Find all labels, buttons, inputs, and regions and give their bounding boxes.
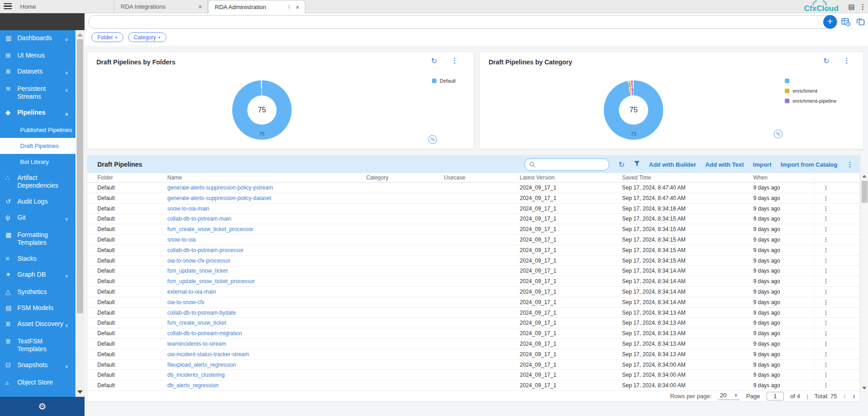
close-icon[interactable]: × — [295, 4, 300, 11]
pipeline-name-link[interactable]: collab-db-to-pstream-main — [167, 214, 231, 224]
legend-item[interactable]: enrichment-pipeline — [785, 96, 836, 106]
sidebar-item-ui-menus[interactable]: ⊞UI Menus — [0, 47, 75, 63]
scroll-up-icon[interactable] — [862, 175, 867, 178]
window-list-icon[interactable]: ▤ — [848, 3, 855, 11]
filter-chip-folder[interactable]: Folder ▾ — [91, 32, 123, 42]
add-with-builder-button[interactable]: Add with Builder — [649, 161, 696, 168]
kebab-menu-icon[interactable]: ⋮ — [451, 57, 458, 65]
row-kebab-icon[interactable]: ⋮ — [823, 287, 829, 297]
sidebar-item-graph-db[interactable]: ✶Graph DB∨ — [0, 267, 75, 284]
row-kebab-icon[interactable]: ⋮ — [823, 204, 829, 214]
percent-toggle-icon[interactable]: % — [428, 135, 437, 144]
pipeline-name-link[interactable]: collab-db-to-pstream-migration — [167, 328, 242, 339]
row-kebab-icon[interactable]: ⋮ — [823, 183, 829, 193]
sidebar-item-synthetics[interactable]: △Synthetics — [0, 284, 75, 300]
global-search-input[interactable] — [89, 16, 837, 28]
pipeline-name-link[interactable]: external-to-oia-main — [167, 287, 216, 297]
legend-item[interactable]: enrichment — [785, 86, 836, 96]
row-kebab-icon[interactable]: ⋮ — [823, 256, 829, 266]
sidebar-item-persistent-streams[interactable]: ≋Persistent Streams∨ — [0, 81, 75, 105]
sidebar-item-formatting-templates[interactable]: ▦Formatting Templates — [0, 227, 75, 251]
row-kebab-icon[interactable]: ⋮ — [823, 193, 829, 204]
row-kebab-icon[interactable]: ⋮ — [823, 328, 829, 339]
pipeline-name-link[interactable]: collab-db-to-pstream-bydate — [167, 308, 236, 318]
rows-per-page-select[interactable]: 20 ▼ — [718, 392, 740, 400]
gear-icon[interactable]: ⚙ — [38, 401, 47, 412]
sidebar-item-stacks[interactable]: ≡Stacks — [0, 251, 75, 267]
sidebar-item-published-pipelines[interactable]: Published Pipelines — [0, 122, 75, 138]
copy-layout-icon[interactable] — [856, 17, 865, 26]
sidebar-item-bot-library[interactable]: Bot Library — [0, 154, 75, 170]
row-kebab-icon[interactable]: ⋮ — [823, 266, 829, 276]
previous-page-icon[interactable]: ‹ — [843, 392, 846, 400]
row-kebab-icon[interactable]: ⋮ — [823, 297, 829, 308]
row-kebab-icon[interactable]: ⋮ — [823, 370, 829, 380]
filter-funnel-icon[interactable] — [634, 160, 640, 169]
sidebar-item-pipelines[interactable]: ◈Pipelines∧ — [0, 105, 75, 122]
row-kebab-icon[interactable]: ⋮ — [823, 245, 829, 256]
donut-chart-category[interactable]: 75 73 1 — [604, 80, 663, 140]
pipeline-name-link[interactable]: snow-to-oia — [167, 235, 196, 245]
refresh-icon[interactable]: ↻ — [431, 57, 437, 65]
pipeline-name-link[interactable]: teamincidents-to-stream — [167, 339, 226, 349]
scrollbar-thumb[interactable] — [862, 181, 868, 203]
row-kebab-icon[interactable]: ⋮ — [823, 349, 829, 360]
tab-home[interactable]: Home — [14, 0, 114, 13]
pipeline-name-link[interactable]: fsm_create_snow_ticket — [167, 318, 226, 328]
import-from-catalog-button[interactable]: Import from Catalog — [781, 161, 837, 168]
kebab-menu-icon[interactable]: ⋮ — [843, 57, 850, 65]
scroll-up-icon[interactable] — [77, 33, 83, 37]
pipeline-name-link[interactable]: generate-alerts-suppression-policy-datas… — [167, 193, 271, 204]
pipeline-name-link[interactable]: db_alerts_regression — [167, 380, 218, 391]
row-kebab-icon[interactable]: ⋮ — [823, 214, 829, 224]
pipeline-name-link[interactable]: oia-incident-status-tracker-stream — [167, 349, 249, 360]
sidebar-item-asset-discovery[interactable]: ≣Asset Discovery∨ — [0, 316, 75, 333]
table-scrollbar[interactable] — [860, 173, 868, 392]
donut-chart-folders[interactable]: 75 75 — [232, 80, 292, 140]
sidebar-item-snapshots[interactable]: ⊡Snapshots∨ — [0, 357, 75, 374]
legend-item[interactable]: Default — [432, 76, 456, 86]
tab-kebab-icon[interactable]: ⋮ — [285, 4, 295, 11]
sidebar-item-draft-pipelines[interactable]: Draft Pipelines — [0, 138, 75, 154]
scroll-down-icon[interactable] — [77, 390, 83, 394]
refresh-icon[interactable]: ↻ — [823, 57, 829, 65]
sidebar-item-textfsm-templates[interactable]: ≣TextFSM Templates — [0, 333, 75, 357]
scheduled-view-icon[interactable] — [841, 17, 851, 26]
table-search-input[interactable] — [538, 161, 602, 168]
legend-item[interactable] — [785, 76, 836, 86]
refresh-icon[interactable]: ↻ — [618, 160, 624, 169]
filter-chip-category[interactable]: Category ▾ — [128, 32, 166, 42]
pipeline-name-link[interactable]: fileupload_alerts_regression — [167, 360, 236, 370]
pipeline-name-link[interactable]: oia-to-snow-cfx-processor — [167, 256, 230, 266]
row-kebab-icon[interactable]: ⋮ — [823, 276, 829, 287]
kebab-menu-icon[interactable]: ⋮ — [847, 160, 853, 169]
import-button[interactable]: Import — [753, 161, 771, 168]
sidebar-item-dashboards[interactable]: ▥Dashboards∨ — [0, 30, 75, 47]
window-kebab-icon[interactable]: ⋮ — [859, 3, 866, 11]
add-with-text-button[interactable]: Add with Text — [705, 161, 744, 168]
scroll-down-icon[interactable] — [862, 387, 867, 390]
row-kebab-icon[interactable]: ⋮ — [823, 318, 829, 328]
page-number-input[interactable] — [767, 392, 784, 400]
percent-toggle-icon[interactable]: % — [774, 130, 783, 138]
row-kebab-icon[interactable]: ⋮ — [823, 224, 829, 235]
pipeline-name-link[interactable]: generate-alerts-suppression-policy-pstre… — [167, 183, 273, 193]
tab-rda-integrations[interactable]: RDA Integrations × — [114, 0, 208, 13]
sidebar-item-fsm-models[interactable]: ▤FSM Models — [0, 300, 75, 316]
pipeline-name-link[interactable]: fsm_update_snow_ticket_processor — [167, 276, 255, 287]
sidebar-item-audit-logs[interactable]: ↺Audit Logs — [0, 194, 75, 210]
pipeline-name-link[interactable]: fsm_update_snow_ticket — [167, 266, 228, 276]
scrollbar-thumb[interactable] — [77, 39, 83, 313]
next-page-icon[interactable]: › — [852, 392, 855, 400]
pipeline-name-link[interactable]: snow-to-oia-main — [167, 204, 209, 214]
row-kebab-icon[interactable]: ⋮ — [823, 360, 829, 370]
pipeline-name-link[interactable]: collab-db-to-pstream-processor — [167, 245, 244, 256]
row-kebab-icon[interactable]: ⋮ — [823, 235, 829, 245]
pipeline-name-link[interactable]: db_incidents_clustering — [167, 370, 224, 380]
row-kebab-icon[interactable]: ⋮ — [823, 339, 829, 349]
sidebar-item-datasets[interactable]: ≣Datasets∨ — [0, 63, 75, 81]
pipeline-name-link[interactable]: fsm_create_snow_ticket_processor — [167, 224, 253, 235]
row-kebab-icon[interactable]: ⋮ — [823, 308, 829, 318]
hamburger-menu-icon[interactable] — [4, 3, 12, 10]
sidebar-item-git[interactable]: ψGit∨ — [0, 210, 75, 227]
